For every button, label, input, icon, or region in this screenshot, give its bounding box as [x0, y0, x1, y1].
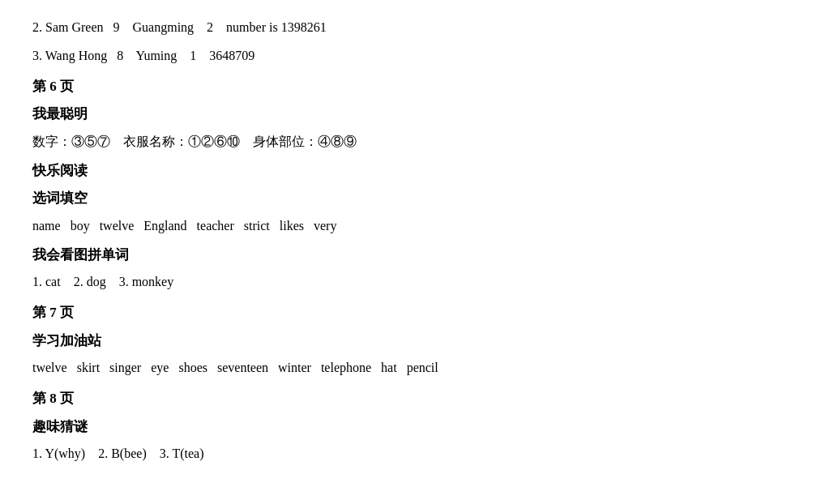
line4: name boy twelve England teacher strict l…	[32, 215, 798, 238]
section5: 学习加油站	[32, 329, 798, 354]
section4: 我会看图拼单词	[32, 243, 798, 268]
page8: 第 8 页	[32, 387, 798, 412]
line6: twelve skirt singer eye shoes seventeen …	[32, 357, 798, 380]
section6: 趣味猜谜	[32, 415, 798, 440]
page7: 第 7 页	[32, 301, 798, 326]
page6: 第 6 页	[32, 75, 798, 100]
section2: 快乐阅读	[32, 159, 798, 184]
line7: 1. Y(why) 2. B(bee) 3. T(tea)	[32, 442, 798, 466]
main-content: 2. Sam Green 9 Guangming 2 number is 139…	[32, 16, 798, 466]
section3: 选词填空	[32, 186, 798, 211]
section1: 我最聪明	[32, 102, 798, 127]
line1: 2. Sam Green 9 Guangming 2 number is 139…	[32, 16, 798, 40]
line2: 3. Wang Hong 8 Yuming 1 3648709	[32, 45, 798, 68]
line3: 数字：③⑤⑦ 衣服名称：①②⑥⑩ 身体部位：④⑧⑨	[32, 130, 798, 154]
line5: 1. cat 2. dog 3. monkey	[32, 271, 798, 294]
